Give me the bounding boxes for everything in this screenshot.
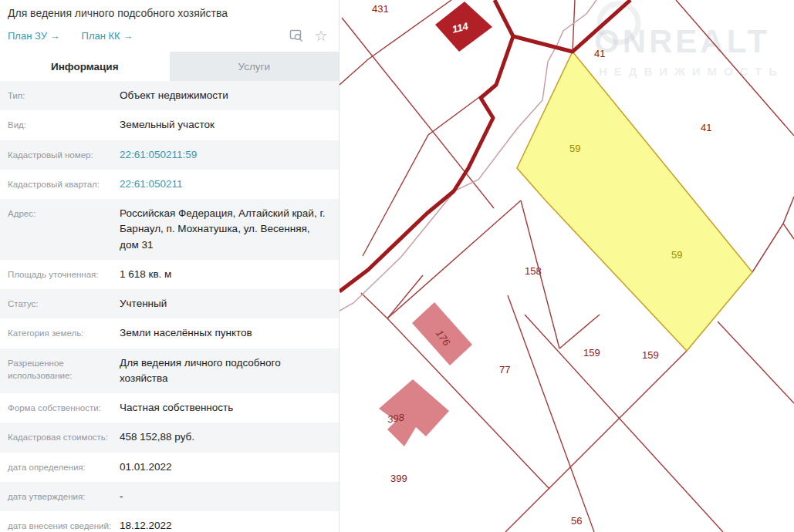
building-label-398: 398 (387, 412, 405, 426)
document-search-icon[interactable] (288, 27, 305, 44)
parcel-label-159b: 159 (642, 349, 659, 361)
tab-information[interactable]: Информация (0, 52, 170, 81)
parcel-title: Для ведения личного подсобного хозяйства (8, 6, 329, 20)
cadastral-map[interactable]: ONREALT НЕДВИЖИМОСТЬ (340, 0, 794, 532)
info-row-date-determined: дата определения: 01.01.2022 (0, 453, 339, 482)
info-row-date-entered: дата внесения сведений: 18.12.2022 (0, 511, 339, 532)
tab-bar: Информация Услуги (0, 52, 339, 81)
parcel-label-158: 158 (525, 265, 542, 277)
panel-header: Для ведения личного подсобного хозяйства… (0, 0, 339, 52)
plan-zu-link[interactable]: План ЗУ → (8, 30, 60, 42)
info-row-type: Тип: Объект недвижимости (0, 81, 339, 110)
watermark-text-2: НЕДВИЖИМОСТЬ (599, 65, 784, 78)
info-row-status: Статус: Учтенный (0, 289, 339, 318)
info-row-area: Площадь уточненная: 1 618 кв. м (0, 260, 339, 289)
info-row-kind: Вид: Земельный участок (0, 110, 339, 140)
parcel-label-159a: 159 (583, 347, 600, 359)
parcel-label-56: 56 (571, 515, 582, 527)
parcel-label-59a: 59 (569, 143, 580, 154)
cadastral-block-link[interactable]: 22:61:050211 (120, 177, 183, 192)
parcel-label-41a: 41 (594, 48, 605, 59)
parcel-label-399: 399 (390, 473, 407, 484)
info-row-cadastral-value: Кадастровая стоимость: 458 152,88 руб. (0, 423, 339, 452)
cadastral-number-link[interactable]: 22:61:050211:59 (120, 147, 197, 163)
tab-services[interactable]: Услуги (170, 52, 340, 81)
parcel-label-431: 431 (372, 3, 389, 15)
info-row-cadastral-block: Кадастровый квартал: 22:61:050211 (0, 170, 339, 199)
star-icon[interactable]: ☆ (313, 27, 329, 44)
map-canvas[interactable]: ONREALT НЕДВИЖИМОСТЬ (340, 0, 794, 532)
info-row-cadastral-number: Кадастровый номер: 22:61:050211:59 (0, 140, 339, 170)
parcel-label-41b: 41 (701, 122, 711, 133)
info-rows: Тип: Объект недвижимости Вид: Земельный … (0, 81, 339, 532)
info-row-date-approved: дата утверждения: - (0, 482, 339, 511)
parcel-label-59b: 59 (671, 249, 682, 261)
cadastral-map-app: Для ведения личного подсобного хозяйства… (0, 0, 794, 532)
info-panel: Для ведения личного подсобного хозяйства… (0, 0, 340, 532)
parcel-label-77: 77 (499, 364, 510, 375)
plan-kk-link[interactable]: План КК → (82, 30, 133, 42)
info-row-address: Адрес: Российская Федерация, Алтайский к… (0, 199, 339, 260)
highlighted-parcel-59[interactable] (517, 52, 752, 351)
watermark-text-1: ONREALT (594, 23, 770, 59)
info-row-permitted-use: Разрешенное использование: Для ведения л… (0, 348, 339, 394)
info-row-ownership: Форма собственности: Частная собственнос… (0, 393, 339, 423)
info-row-land-category: Категория земель: Земли населённых пункт… (0, 318, 339, 348)
